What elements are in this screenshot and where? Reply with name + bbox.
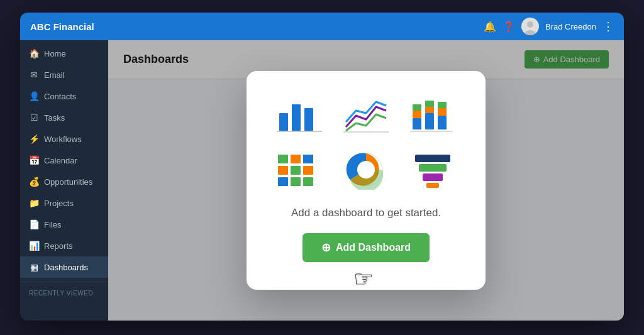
modal-message: Add a dashboard to get started.	[291, 207, 441, 219]
sidebar-item-contacts[interactable]: 👤 Contacts	[20, 85, 108, 107]
svg-rect-19	[291, 155, 301, 163]
recently-viewed-label: RECENTLY VIEWED	[20, 286, 108, 298]
svg-rect-13	[425, 101, 434, 107]
heatmap-icon	[271, 148, 328, 192]
svg-rect-26	[303, 177, 313, 186]
sidebar-item-label: Workflows	[44, 135, 82, 144]
top-bar-right: 🔔 ❓ Brad Creedon ⋮	[484, 18, 614, 35]
sidebar-item-label: Home	[44, 49, 66, 58]
dashboards-icon: ▦	[29, 262, 39, 272]
sidebar: 🏠 Home ✉ Email 👤 Contacts ☑ Tasks ⚡ Work…	[20, 40, 108, 321]
sidebar-item-label: Projects	[44, 199, 74, 208]
sidebar-item-opportunities[interactable]: 💰 Opportunities	[20, 171, 108, 192]
svg-rect-18	[278, 155, 288, 163]
svg-rect-10	[413, 104, 421, 111]
svg-rect-8	[413, 118, 421, 129]
plus-circle-icon: ⊕	[321, 241, 331, 255]
files-icon: 📄	[29, 219, 39, 229]
sidebar-item-reports[interactable]: 📊 Reports	[20, 235, 108, 256]
tasks-icon: ☑	[29, 113, 39, 123]
svg-rect-14	[438, 116, 447, 129]
opportunities-icon: 💰	[29, 177, 39, 187]
svg-point-28	[357, 161, 375, 178]
svg-rect-21	[278, 166, 288, 175]
calendar-icon: 📅	[29, 155, 39, 165]
sidebar-item-tasks[interactable]: ☑ Tasks	[20, 107, 108, 128]
sidebar-item-calendar[interactable]: 📅 Calendar	[20, 150, 108, 171]
sidebar-item-home[interactable]: 🏠 Home	[20, 43, 108, 64]
modal-overlay: Add a dashboard to get started. ⊕ Add Da…	[108, 40, 624, 321]
svg-rect-15	[438, 108, 447, 116]
add-dashboard-button-modal[interactable]: ⊕ Add Dashboard	[303, 233, 430, 262]
line-chart-icon	[338, 94, 394, 138]
avatar[interactable]	[521, 18, 539, 35]
help-icon[interactable]: ❓	[502, 21, 515, 33]
svg-rect-5	[304, 108, 313, 131]
sidebar-divider	[20, 282, 108, 282]
sidebar-item-label: Contacts	[44, 92, 76, 101]
svg-rect-29	[415, 155, 450, 162]
stacked-bar-chart-icon	[404, 94, 461, 138]
sidebar-item-label: Files	[44, 220, 61, 229]
home-icon: 🏠	[29, 48, 39, 58]
main-layout: 🏠 Home ✉ Email 👤 Contacts ☑ Tasks ⚡ Work…	[20, 40, 624, 321]
sidebar-item-projects[interactable]: 📁 Projects	[20, 192, 108, 214]
modal-card: Add a dashboard to get started. ⊕ Add Da…	[247, 71, 486, 290]
sidebar-item-label: Calendar	[44, 156, 77, 165]
svg-rect-3	[279, 113, 288, 131]
sidebar-item-label: Email	[44, 70, 65, 80]
sidebar-item-workflows[interactable]: ⚡ Workflows	[20, 128, 108, 150]
funnel-chart-icon	[404, 148, 461, 192]
cursor-hand: ☞	[353, 266, 374, 292]
sidebar-item-label: Opportunities	[44, 177, 92, 187]
svg-rect-20	[303, 155, 313, 163]
app-container: ABC Financial 🔔 ❓ Brad Creedon ⋮ 🏠 Home	[20, 13, 624, 321]
workflows-icon: ⚡	[29, 134, 39, 144]
svg-rect-11	[425, 113, 434, 129]
bell-icon[interactable]: 🔔	[484, 21, 496, 33]
svg-rect-31	[423, 173, 443, 181]
svg-rect-16	[438, 102, 447, 108]
content-area: Dashboards ⊕ Add Dashboard	[108, 40, 624, 321]
contacts-icon: 👤	[29, 91, 39, 101]
svg-rect-9	[413, 111, 421, 118]
add-button-label-modal: Add Dashboard	[336, 242, 411, 253]
sidebar-item-files[interactable]: 📄 Files	[20, 214, 108, 235]
sidebar-item-email[interactable]: ✉ Email	[20, 64, 108, 85]
svg-rect-30	[419, 164, 447, 172]
svg-rect-4	[292, 104, 301, 131]
email-icon: ✉	[29, 70, 39, 80]
user-name: Brad Creedon	[545, 22, 596, 31]
svg-point-1	[527, 21, 533, 28]
svg-rect-25	[291, 177, 301, 186]
sidebar-item-label: Tasks	[44, 113, 65, 123]
chart-icons-grid	[271, 94, 461, 192]
svg-rect-24	[278, 177, 288, 186]
top-bar: ABC Financial 🔔 ❓ Brad Creedon ⋮	[20, 13, 624, 40]
sidebar-item-dashboards[interactable]: ▦ Dashboards	[20, 256, 108, 278]
bar-chart-icon	[271, 94, 328, 138]
sidebar-item-label: Reports	[44, 241, 73, 251]
reports-icon: 📊	[29, 241, 39, 251]
projects-icon: 📁	[29, 198, 39, 208]
svg-rect-12	[425, 107, 434, 113]
svg-rect-22	[291, 166, 301, 175]
svg-rect-23	[303, 166, 313, 175]
app-title: ABC Financial	[30, 21, 94, 32]
donut-chart-icon	[338, 148, 394, 192]
more-icon[interactable]: ⋮	[602, 19, 614, 33]
sidebar-item-label: Dashboards	[44, 263, 88, 272]
svg-rect-32	[426, 183, 439, 188]
